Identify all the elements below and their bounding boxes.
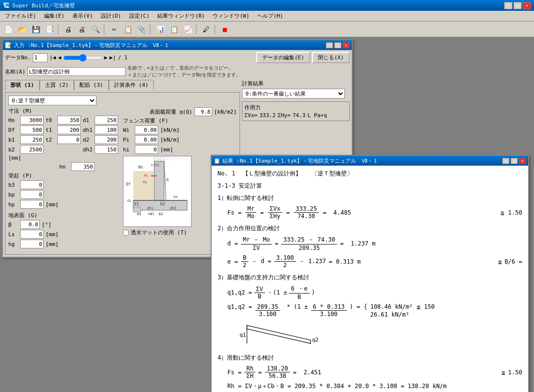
- hp-label: hp: [8, 201, 18, 208]
- print-button[interactable]: 🖨: [62, 24, 74, 35]
- check3-q1-row: 108.46 kN/m² ≦ 150: [370, 303, 435, 310]
- b1-input[interactable]: [20, 135, 44, 144]
- chart-button[interactable]: 📊: [154, 24, 167, 35]
- cut-button[interactable]: ✂: [108, 24, 121, 35]
- protrusion-label: 突起 (P): [8, 172, 32, 179]
- tab-calc[interactable]: 計算条件 (4): [109, 80, 154, 90]
- beta-input[interactable]: [20, 220, 40, 229]
- edit-data-button[interactable]: データの編集(E): [256, 52, 310, 63]
- check2-limit: B/6 =: [505, 258, 522, 265]
- b3-label: b3: [8, 182, 18, 188]
- graph2-button[interactable]: 📈: [181, 24, 194, 35]
- dim-unit: [mm]: [8, 155, 22, 161]
- d1-input[interactable]: [95, 116, 118, 124]
- menu-design[interactable]: 設計(D): [97, 11, 125, 21]
- menu-window[interactable]: ウィンドウ(W): [209, 11, 253, 21]
- ls-input[interactable]: [20, 230, 44, 239]
- wall-type-dropdown[interactable]: 0:逆Ｔ型擁壁: [8, 96, 97, 105]
- result-minimize-btn[interactable]: ─: [502, 158, 510, 164]
- menu-edit[interactable]: 編集(E): [40, 11, 69, 21]
- save-as-button[interactable]: 📑: [43, 24, 56, 35]
- result-close-btn[interactable]: ✕: [519, 158, 526, 164]
- check2-d-formula: d = Mr － Mo ΣV = 333.25 － 74.30 209.35: [227, 236, 522, 251]
- new-button[interactable]: 📄: [2, 24, 15, 35]
- input-close-btn[interactable]: ✕: [342, 42, 350, 49]
- b3-row: b3: [8, 180, 118, 189]
- menu-settings[interactable]: 設定(C): [125, 11, 154, 21]
- table-button[interactable]: 📋: [168, 24, 180, 35]
- tab-shape[interactable]: 形状 (1): [5, 80, 40, 90]
- data-slider[interactable]: [63, 53, 102, 62]
- nav-next[interactable]: ▶: [104, 54, 108, 61]
- tab-rebar[interactable]: 配筋 (3): [74, 80, 109, 90]
- paste-button[interactable]: 📎: [135, 24, 148, 35]
- ho-input[interactable]: [20, 116, 44, 124]
- ls-label: Ls: [8, 231, 18, 238]
- menu-results[interactable]: 結果ウィンドウ(R): [153, 11, 209, 21]
- preview-button[interactable]: 🔍: [89, 24, 102, 35]
- input-maximize-btn[interactable]: □: [334, 42, 341, 49]
- t1-input[interactable]: [57, 125, 81, 134]
- result-no-val: 1: [232, 170, 235, 177]
- open-button[interactable]: 📂: [16, 24, 28, 35]
- tab-soil[interactable]: 土質 (2): [40, 80, 74, 90]
- nav-first[interactable]: |◀: [49, 54, 56, 61]
- t0-input[interactable]: [57, 116, 81, 124]
- data-no-input[interactable]: [33, 53, 48, 62]
- copy-button[interactable]: 📋: [121, 24, 134, 35]
- svg-text:b2: b2: [159, 212, 163, 216]
- wi-input[interactable]: [135, 125, 158, 134]
- vx-label: ΣVx=: [244, 112, 258, 119]
- dim-ho-row: Ho t0 d1: [8, 116, 118, 124]
- bp-row: bp: [8, 190, 118, 199]
- check3-formulas: q1,q2 = ΣV B ・(1 ± 6 ・e B: [227, 285, 522, 349]
- pi-input[interactable]: [135, 135, 158, 144]
- t2-input[interactable]: [57, 135, 81, 144]
- input-title-bar: 📝 入力 :No.1【Sample_1.tyk】－宅地防災マニュアル Ⅶ－１ ─…: [3, 40, 352, 50]
- close-button[interactable]: ✕: [523, 2, 531, 9]
- svg-text:b1: b1: [137, 212, 141, 216]
- hg-input[interactable]: [20, 240, 44, 248]
- hi-label: hi: [123, 147, 133, 153]
- marker-button[interactable]: 🖊: [200, 24, 213, 35]
- hn-row: hn: [8, 162, 118, 171]
- check4-formula2-row: Rh = ΣV・μ＋Cb・B = 209.35 * 0.384 + 20.0 *…: [227, 382, 522, 391]
- stop-button[interactable]: ■: [218, 24, 231, 35]
- menu-view[interactable]: 表示(V): [69, 11, 97, 21]
- dh2-input[interactable]: [95, 145, 118, 154]
- result-maximize-btn[interactable]: □: [510, 158, 518, 164]
- minimize-button[interactable]: ─: [504, 2, 512, 9]
- nav-last[interactable]: ▶|: [109, 54, 116, 61]
- b3-input[interactable]: [20, 180, 44, 189]
- dh1-input[interactable]: [95, 125, 118, 134]
- print2-button[interactable]: 🖨: [75, 24, 88, 35]
- check3-q1q2-label: q1,q2 =: [227, 289, 252, 296]
- bp-input[interactable]: [20, 190, 44, 199]
- check2-e-formula: e = B 2 － d = 3.100 2: [227, 254, 522, 269]
- b2-label: b2: [8, 147, 18, 153]
- ground-section: 地表面 (G) β [°] Ls: [8, 212, 118, 248]
- save-button[interactable]: 💾: [29, 24, 42, 35]
- nav-prev[interactable]: ◀: [58, 54, 61, 61]
- hg-row: hg [mm]: [8, 240, 118, 248]
- d2-input[interactable]: [95, 135, 118, 144]
- name-input[interactable]: [27, 67, 125, 76]
- df-input[interactable]: [20, 125, 44, 134]
- drain-mat-checkbox[interactable]: [123, 230, 129, 236]
- b2-input[interactable]: [20, 145, 44, 154]
- menu-help[interactable]: ヘルプ(H): [253, 11, 287, 21]
- hp-input[interactable]: [20, 200, 44, 209]
- check4-title: 4）滑動に関する検討: [218, 354, 522, 362]
- app-title: Super Build／宅造擁壁: [12, 2, 501, 9]
- hi-input[interactable]: [135, 145, 158, 154]
- svg-rect-23: [153, 156, 192, 160]
- calc-condition-dropdown[interactable]: 0:条件の一番厳しい結果: [242, 89, 345, 98]
- maximize-button[interactable]: □: [513, 2, 522, 9]
- surface-load-input[interactable]: [194, 107, 212, 116]
- input-minimize-btn[interactable]: ─: [326, 42, 333, 49]
- close-input-button[interactable]: 閉じる(X): [312, 52, 350, 63]
- beta-row: β [°]: [8, 220, 118, 229]
- hn-input[interactable]: [71, 162, 95, 171]
- menu-file[interactable]: ファイル(E): [1, 11, 40, 21]
- dim-b1-row: b1 t2 d2: [8, 135, 118, 144]
